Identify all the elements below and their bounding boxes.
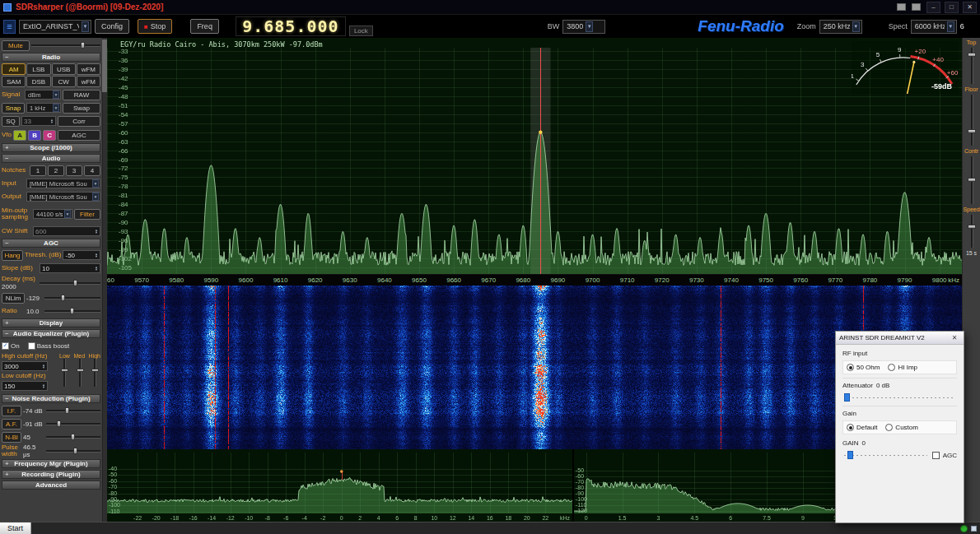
notch-4-button[interactable]: 4 xyxy=(84,165,100,176)
sidebar-scrollbar[interactable] xyxy=(102,38,107,522)
snap-step-select[interactable]: 1 kHz ▼ xyxy=(26,103,61,113)
sample-rate-select[interactable]: 44100 s/se ▼ xyxy=(33,209,72,219)
section-scope[interactable]: + Scope (/1000) xyxy=(2,143,100,152)
gain-default-radio[interactable]: Default xyxy=(847,424,877,431)
hang-button[interactable]: Hang xyxy=(2,250,23,261)
rf-50ohm-radio[interactable]: 50 Ohm xyxy=(847,364,880,371)
spectrum-canvas[interactable] xyxy=(107,38,962,274)
section-frequency-manager[interactable]: + Frequency Mgr (Plugin) xyxy=(2,459,100,468)
section-advanced[interactable]: Advanced xyxy=(2,481,100,490)
tray-status-icon[interactable] xyxy=(960,525,968,532)
close-button[interactable]: ✕ xyxy=(963,2,977,13)
snap-button[interactable]: Snap xyxy=(2,103,25,114)
section-radio[interactable]: − Radio xyxy=(2,53,100,62)
swap-button[interactable]: Swap xyxy=(63,103,100,114)
mode-dsb-button[interactable]: DSB xyxy=(26,76,50,87)
if-nr-slider[interactable] xyxy=(46,406,100,415)
dialog-title-bar[interactable]: ARINST SDR DREAMKIT V2 ✕ xyxy=(836,332,964,345)
filter-button[interactable]: Filter xyxy=(74,209,100,220)
signal-units-select[interactable]: dBm ▼ xyxy=(25,90,61,100)
on-checkbox[interactable]: ✓ xyxy=(2,342,9,350)
nlim-button[interactable]: NLim xyxy=(2,293,25,304)
section-audio-equalizer[interactable]: − Audio Equalizer (Plugin) xyxy=(2,329,100,338)
vfo-b-button[interactable]: B xyxy=(28,130,41,141)
menu-icon[interactable]: ≡ xyxy=(3,20,16,34)
eq-med-slider[interactable] xyxy=(77,359,84,387)
rf-hiimp-radio[interactable]: HI Imp xyxy=(888,364,917,371)
frequency-axis[interactable]: 9560957095809590960096109620963096409650… xyxy=(107,274,962,286)
floor-slider[interactable] xyxy=(968,95,976,146)
start-button[interactable]: Start xyxy=(0,522,31,534)
section-audio[interactable]: − Audio xyxy=(2,154,100,163)
section-agc[interactable]: − AGC xyxy=(2,239,100,248)
mode-cw-button[interactable]: CW xyxy=(52,76,76,87)
agc-checkbox[interactable] xyxy=(932,452,940,459)
volume-slider[interactable] xyxy=(31,41,100,49)
eq-low-slider[interactable] xyxy=(61,359,68,387)
ratio-slider[interactable] xyxy=(44,307,100,315)
spin-down-icon[interactable]: ▼ xyxy=(95,231,98,234)
spectrum-display[interactable]: -33-36-39-42-45-48-51-54-57-60-63-66-69-… xyxy=(107,38,962,274)
squelch-button[interactable]: SQ xyxy=(2,116,20,127)
source-select[interactable]: ExtIO_ARINST_V2 ▼ xyxy=(19,20,91,34)
freq-button[interactable]: Freq xyxy=(190,19,219,34)
pulse-width-slider[interactable] xyxy=(46,447,100,455)
maximize-button[interactable]: □ xyxy=(945,2,959,13)
mode-am-button[interactable]: AM xyxy=(2,63,26,75)
bass-boost-checkbox[interactable] xyxy=(28,342,35,350)
dialog-close-icon[interactable]: ✕ xyxy=(949,334,960,341)
nlim-slider[interactable] xyxy=(44,294,100,302)
corr-button[interactable]: Corr xyxy=(58,116,100,127)
low-cutoff-value[interactable]: 150 ▲▼ xyxy=(2,381,48,391)
spin-down-icon[interactable]: ▼ xyxy=(95,268,98,272)
stop-button[interactable]: ■ Stop xyxy=(138,19,172,34)
section-noise-reduction[interactable]: − Noise Reduction (Plugin) xyxy=(2,394,100,403)
vfo-a-button[interactable]: A xyxy=(13,130,26,141)
section-recording[interactable]: + Recording (Plugin) xyxy=(2,470,100,479)
decay-slider[interactable] xyxy=(40,279,100,287)
notch-1-button[interactable]: 1 xyxy=(30,165,46,176)
vfo-agc-button[interactable]: AGC xyxy=(58,130,100,141)
raw-button[interactable]: RAW xyxy=(63,90,100,100)
notch-3-button[interactable]: 3 xyxy=(66,165,82,176)
titlebar-tool-icon[interactable] xyxy=(897,3,906,11)
titlebar-tool-icon[interactable] xyxy=(912,3,921,11)
config-button[interactable]: Config xyxy=(95,19,129,34)
mode-usb-button[interactable]: USB xyxy=(52,63,76,75)
slope-value[interactable]: 10 ▲▼ xyxy=(40,263,100,273)
spin-down-icon[interactable]: ▼ xyxy=(42,366,45,369)
bandwidth-select[interactable]: 3800 ▼ xyxy=(562,20,605,34)
af-nr-button[interactable]: A.F. xyxy=(2,419,21,430)
high-cutoff-value[interactable]: 3000 ▲▼ xyxy=(2,361,48,371)
gain-custom-radio[interactable]: Custom xyxy=(885,424,918,431)
section-display[interactable]: + Display xyxy=(2,318,100,327)
spin-down-icon[interactable]: ▼ xyxy=(95,255,98,258)
mute-button[interactable]: Mute xyxy=(2,40,30,51)
mode-wfm2-button[interactable]: wFM xyxy=(77,76,100,87)
speed-slider[interactable] xyxy=(968,215,976,248)
mode-wfm-button[interactable]: wFM xyxy=(77,63,100,75)
vfo-c-button[interactable]: C xyxy=(43,130,56,141)
attenuator-slider[interactable] xyxy=(842,392,957,402)
lock-button[interactable]: Lock xyxy=(349,26,373,36)
zoom-select[interactable]: 250 kHz ▼ xyxy=(819,20,862,34)
frequency-display[interactable]: 9.685.000 xyxy=(236,16,346,36)
threshold-value[interactable]: -50 ▲▼ xyxy=(63,250,100,260)
notch-2-button[interactable]: 2 xyxy=(48,165,64,176)
show-desktop-icon[interactable] xyxy=(971,526,977,532)
contrast-slider[interactable] xyxy=(968,156,976,204)
if-nr-button[interactable]: I.F. xyxy=(2,406,21,416)
eq-high-slider[interactable] xyxy=(91,359,99,387)
spin-down-icon[interactable]: ▼ xyxy=(50,121,54,124)
mode-lsb-button[interactable]: LSB xyxy=(26,63,50,75)
if-spectrum-panel[interactable]: -22-20-18-16-14-12-10-8-6-4-202468101214… xyxy=(107,449,572,522)
spect-select[interactable]: 6000 kHz ▼ xyxy=(911,20,957,34)
squelch-value[interactable]: 33 ▲▼ xyxy=(21,116,56,126)
cw-shift-value[interactable]: 600 ▲▼ xyxy=(33,226,100,236)
spin-down-icon[interactable]: ▼ xyxy=(42,386,45,389)
minimize-button[interactable]: – xyxy=(926,2,940,13)
gain-slider[interactable] xyxy=(842,450,929,460)
af-nr-slider[interactable] xyxy=(46,420,100,428)
noise-blanker-slider[interactable] xyxy=(46,433,100,441)
audio-input-select[interactable]: [MME] Microsoft Sou ▼ xyxy=(26,179,100,188)
